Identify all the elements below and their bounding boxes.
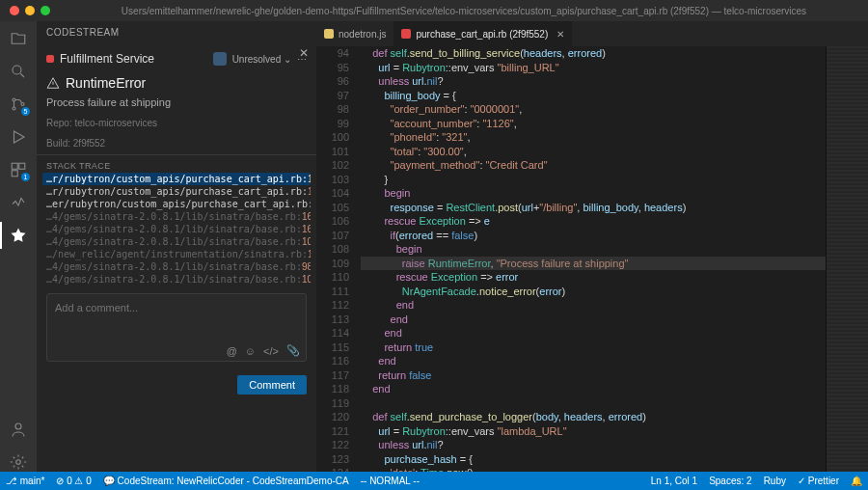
service-name: Fulfillment Service [60, 52, 154, 66]
avatar-icon[interactable] [213, 52, 227, 66]
svg-point-8 [16, 460, 21, 465]
minimap[interactable] [826, 46, 868, 472]
stack-frame[interactable]: …r/rubytron/custom_apis/purchase_cart_ap… [42, 185, 311, 198]
explorer-icon[interactable] [9, 29, 28, 48]
window-title: Users/emittelhammer/newrelic-ghe/golden-… [60, 6, 868, 16]
file-icon [401, 29, 411, 39]
problems-indicator[interactable]: ⊘ 0 ⚠ 0 [56, 476, 91, 486]
svg-rect-6 [12, 171, 17, 177]
emoji-icon[interactable]: ☺ [245, 345, 256, 357]
minimize-icon[interactable] [25, 6, 35, 15]
window-controls [0, 6, 60, 15]
language-mode[interactable]: Ruby [764, 476, 786, 486]
scm-badge: 5 [21, 107, 30, 116]
stack-frame[interactable]: …4/gems/sinatra-2.0.8.1/lib/sinatra/base… [42, 273, 311, 286]
svg-rect-5 [19, 163, 25, 169]
debug-icon[interactable] [9, 127, 28, 147]
repo-value: telco-microservices [74, 118, 157, 128]
gear-icon[interactable] [9, 452, 28, 472]
warning-icon [46, 76, 60, 90]
ext-badge: 1 [21, 173, 30, 181]
close-tab-icon[interactable]: ✕ [556, 29, 564, 40]
svg-point-1 [13, 98, 15, 101]
stack-frame[interactable]: …/new_relic/agent/instrumentation/sinatr… [42, 248, 311, 260]
stack-frame[interactable]: …4/gems/sinatra-2.0.8.1/lib/sinatra/base… [42, 260, 311, 273]
extensions-icon[interactable]: 1 [9, 160, 28, 179]
account-icon[interactable] [9, 420, 28, 439]
newrelic-icon[interactable] [9, 193, 28, 212]
build-value: 2f9f552 [73, 138, 105, 149]
branch-indicator[interactable]: ⎇ main* [6, 476, 44, 486]
notifications-icon[interactable]: 🔔 [851, 476, 862, 486]
code-icon[interactable]: </> [263, 345, 279, 357]
error-name: RuntimeError [66, 75, 146, 91]
current-line-highlight [361, 257, 826, 271]
search-icon[interactable] [9, 62, 28, 81]
stack-frame[interactable]: …r/rubytron/custom_apis/purchase_cart_ap… [42, 173, 311, 185]
chevron-down-icon: ⌄ [284, 54, 291, 65]
svg-point-2 [13, 107, 15, 110]
panel-title: CODESTREAM [37, 21, 316, 42]
svg-point-3 [21, 103, 24, 106]
attach-icon[interactable]: 📎 [286, 344, 300, 357]
editor-tab[interactable]: purchase_cart_api.rb (2f9f552)✕ [393, 21, 572, 46]
svg-point-0 [13, 66, 21, 74]
scm-icon[interactable]: 5 [9, 95, 28, 114]
close-icon[interactable] [10, 6, 19, 15]
stack-frame[interactable]: …4/gems/sinatra-2.0.8.1/lib/sinatra/base… [42, 210, 311, 223]
build-label: Build: [46, 138, 70, 149]
stack-frame[interactable]: …4/gems/sinatra-2.0.8.1/lib/sinatra/base… [42, 223, 311, 235]
spaces-indicator[interactable]: Spaces: 2 [709, 476, 751, 486]
stack-trace-label: STACK TRACE [37, 155, 316, 173]
codestream-icon[interactable] [9, 226, 28, 245]
comment-button[interactable]: Comment [237, 375, 307, 395]
vim-mode: -- NORMAL -- [361, 476, 420, 486]
error-message: Process failure at shipping [46, 96, 307, 108]
svg-point-7 [15, 423, 21, 429]
stack-frame[interactable]: …er/rubytron/custom_apis/purchase_cart_a… [42, 198, 311, 210]
file-icon [324, 29, 334, 39]
prettier-status[interactable]: ✓ Prettier [798, 476, 839, 486]
close-icon[interactable]: ✕ [299, 46, 309, 60]
status-dropdown[interactable]: Unresolved ⌄ [232, 54, 291, 65]
tab-label: purchase_cart_api.rb (2f9f552) [416, 29, 548, 40]
cursor-pos[interactable]: Ln 1, Col 1 [651, 476, 697, 486]
comment-input[interactable] [47, 294, 306, 340]
mention-icon[interactable]: @ [227, 345, 237, 357]
maximize-icon[interactable] [41, 6, 50, 15]
codestream-status[interactable]: 💬 CodeStream: NewRelicCoder - CodeStream… [103, 476, 349, 486]
service-status-dot [46, 55, 54, 63]
svg-rect-4 [12, 163, 17, 169]
stack-frame[interactable]: …4/gems/sinatra-2.0.8.1/lib/sinatra/base… [42, 235, 311, 248]
tab-label: nodetron.js [339, 29, 386, 40]
repo-label: Repo: [46, 118, 72, 128]
editor-tab[interactable]: nodetron.js [316, 21, 393, 46]
